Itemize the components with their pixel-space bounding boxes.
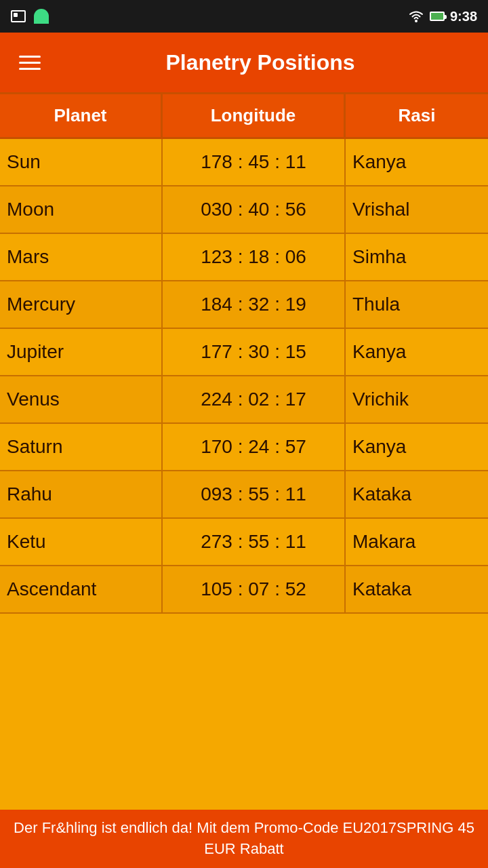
table-row: Ketu273 : 55 : 11Makara: [0, 519, 488, 566]
cell-longitude: 123 : 18 : 06: [163, 234, 346, 280]
banner-text: Der Fr&hling ist endlich da! Mit dem Pro…: [14, 818, 474, 860]
wifi-icon: [408, 10, 424, 22]
status-left-icons: [11, 9, 49, 24]
header-rasi: Rasi: [346, 94, 488, 137]
cell-rasi: Simha: [346, 234, 488, 280]
cell-rasi: Kataka: [346, 566, 488, 612]
android-icon: [34, 9, 49, 24]
hamburger-line-3: [19, 68, 41, 70]
cell-rasi: Thula: [346, 281, 488, 328]
table-row: Jupiter177 : 30 : 15Kanya: [0, 329, 488, 376]
cell-longitude: 184 : 32 : 19: [163, 281, 346, 328]
cell-planet: Ascendant: [0, 566, 163, 612]
table-row: Saturn170 : 24 : 57Kanya: [0, 424, 488, 471]
hamburger-line-2: [19, 62, 41, 64]
app-bar: Planetry Positions: [0, 33, 488, 92]
cell-planet: Moon: [0, 186, 163, 233]
table-row: Mars123 : 18 : 06Simha: [0, 234, 488, 281]
cell-longitude: 030 : 40 : 56: [163, 186, 346, 233]
hamburger-line-1: [19, 56, 41, 58]
cell-longitude: 273 : 55 : 11: [163, 519, 346, 565]
table-body: Sun178 : 45 : 11KanyaMoon030 : 40 : 56Vr…: [0, 139, 488, 810]
cell-planet: Ketu: [0, 519, 163, 565]
cell-rasi: Vrishal: [346, 186, 488, 233]
cell-planet: Mercury: [0, 281, 163, 328]
cell-rasi: Makara: [346, 519, 488, 565]
cell-planet: Sun: [0, 139, 163, 185]
photo-icon: [11, 10, 26, 22]
cell-planet: Jupiter: [0, 329, 163, 375]
cell-planet: Saturn: [0, 424, 163, 470]
cell-rasi: Kataka: [346, 471, 488, 517]
cell-longitude: 170 : 24 : 57: [163, 424, 346, 470]
table-header: Planet Longitude Rasi: [0, 94, 488, 139]
cell-planet: Venus: [0, 376, 163, 422]
cell-longitude: 177 : 30 : 15: [163, 329, 346, 375]
table-row: Sun178 : 45 : 11Kanya: [0, 139, 488, 186]
status-time: 9:38: [450, 9, 477, 24]
cell-longitude: 105 : 07 : 52: [163, 566, 346, 612]
planet-table: Planet Longitude Rasi Sun178 : 45 : 11Ka…: [0, 92, 488, 810]
table-row: Rahu093 : 55 : 11Kataka: [0, 471, 488, 519]
header-longitude: Longitude: [163, 94, 346, 137]
cell-rasi: Vrichik: [346, 376, 488, 422]
table-row: Mercury184 : 32 : 19Thula: [0, 281, 488, 329]
cell-rasi: Kanya: [346, 424, 488, 470]
status-bar: 9:38: [0, 0, 488, 33]
cell-rasi: Kanya: [346, 329, 488, 375]
table-row: Venus224 : 02 : 17Vrichik: [0, 376, 488, 424]
app-title: Planetry Positions: [46, 50, 474, 75]
battery-icon: [430, 12, 445, 21]
cell-planet: Rahu: [0, 471, 163, 517]
bottom-banner: Der Fr&hling ist endlich da! Mit dem Pro…: [0, 810, 488, 868]
cell-planet: Mars: [0, 234, 163, 280]
cell-longitude: 224 : 02 : 17: [163, 376, 346, 422]
cell-rasi: Kanya: [346, 139, 488, 185]
hamburger-menu[interactable]: [14, 50, 46, 75]
cell-longitude: 178 : 45 : 11: [163, 139, 346, 185]
table-row: Moon030 : 40 : 56Vrishal: [0, 186, 488, 234]
status-right-icons: 9:38: [408, 9, 477, 24]
header-planet: Planet: [0, 94, 163, 137]
table-row: Ascendant105 : 07 : 52Kataka: [0, 566, 488, 614]
cell-longitude: 093 : 55 : 11: [163, 471, 346, 517]
